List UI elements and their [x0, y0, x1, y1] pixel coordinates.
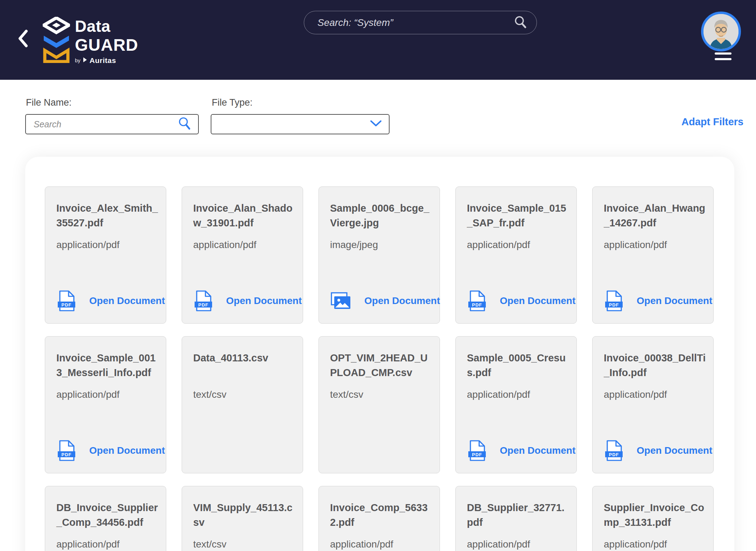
file-mime-type: application/pdf	[56, 389, 120, 400]
search-icon	[513, 15, 527, 30]
file-card[interactable]: Invoice_Alex_Smith_35527.pdf application…	[45, 186, 166, 324]
file-name-search-box[interactable]	[25, 114, 199, 134]
open-document-action[interactable]: PDF Open Document	[57, 290, 165, 311]
logo-byline: by Auritas	[75, 57, 138, 64]
file-name: VIM_Supply_45113.csv	[193, 500, 297, 530]
open-document-action[interactable]: PDF Open Document	[468, 290, 575, 311]
file-card[interactable]: OPT_VIM_2HEAD_UPLOAD_CMP.csv text/csv	[318, 336, 440, 473]
file-mime-type: application/pdf	[56, 539, 120, 550]
file-name: Invoice_Comp_56332.pdf	[330, 500, 434, 530]
file-name-search-input[interactable]	[34, 119, 178, 129]
hamburger-menu-icon[interactable]	[715, 52, 732, 60]
file-mime-type: application/pdf	[56, 239, 120, 250]
file-card[interactable]: Invoice_Alan_Hwang_14267.pdf application…	[592, 186, 714, 324]
file-name: Invoice_Sample_0013_Messerli_Info.pdf	[56, 351, 160, 380]
file-card[interactable]: Data_40113.csv text/csv	[182, 336, 303, 473]
back-button[interactable]	[15, 29, 31, 49]
logo-word-data: Data	[75, 18, 138, 34]
svg-text:PDF: PDF	[609, 302, 619, 308]
open-document-label: Open Document	[500, 445, 575, 456]
file-card[interactable]: Sample_0005_Cresus.pdf application/pdf P…	[455, 336, 577, 473]
file-name-label: File Name:	[26, 97, 72, 108]
back-chevron-icon	[18, 29, 28, 49]
open-document-label: Open Document	[226, 295, 302, 306]
open-document-label: Open Document	[637, 295, 712, 306]
global-search-input[interactable]	[317, 17, 513, 28]
file-card[interactable]: Invoice_Comp_56332.pdf application/pdf	[318, 486, 440, 551]
file-card[interactable]: DB_Supplier_32771.pdf application/pdf	[455, 486, 577, 551]
pdf-file-icon: PDF	[57, 290, 76, 312]
svg-text:PDF: PDF	[62, 452, 72, 457]
file-mime-type: application/pdf	[467, 539, 530, 550]
logo-by-text: by	[75, 58, 80, 63]
open-document-action[interactable]: PDF Open Document	[57, 440, 165, 461]
svg-text:PDF: PDF	[472, 452, 482, 457]
file-name: Invoice_Sample_015_SAP_fr.pdf	[467, 201, 570, 230]
file-mime-type: image/jpeg	[330, 239, 378, 250]
file-name: Sample_0006_bcge_Vierge.jpg	[330, 201, 434, 230]
pdf-file-icon: PDF	[57, 440, 76, 461]
file-card[interactable]: Sample_0006_bcge_Vierge.jpg image/jpeg O…	[318, 186, 440, 324]
file-mime-type: text/csv	[193, 539, 226, 550]
file-grid: Invoice_Alex_Smith_35527.pdf application…	[45, 186, 714, 551]
file-card[interactable]: DB_Invoice_Supplier_Comp_34456.pdf appli…	[45, 486, 166, 551]
open-document-action[interactable]: PDF Open Document	[468, 440, 575, 461]
file-name: Invoice_Alan_Shadow_31901.pdf	[193, 201, 297, 230]
open-document-label: Open Document	[500, 295, 575, 306]
file-mime-type: application/pdf	[330, 539, 393, 550]
file-card[interactable]: Invoice_Alan_Shadow_31901.pdf applicatio…	[182, 186, 303, 324]
file-mime-type: application/pdf	[193, 239, 257, 250]
logo-word-guard: GUARD	[75, 37, 138, 54]
pdf-file-icon: PDF	[604, 440, 623, 461]
open-document-label: Open Document	[637, 445, 712, 456]
pdf-file-icon: PDF	[468, 290, 486, 312]
file-name: Invoice_00038_DellTi_Info.pdf	[604, 351, 707, 380]
svg-text:PDF: PDF	[62, 302, 72, 308]
dataguard-logo[interactable]: Data GUARD by Auritas	[43, 17, 138, 64]
file-card[interactable]: Invoice_00038_DellTi_Info.pdf applicatio…	[592, 336, 714, 473]
pdf-file-icon: PDF	[468, 440, 486, 461]
open-document-label: Open Document	[89, 445, 165, 456]
user-avatar[interactable]	[701, 12, 741, 51]
chevron-down-icon	[370, 120, 382, 128]
open-document-action[interactable]: PDF Open Document	[194, 290, 302, 311]
global-search-bar[interactable]	[304, 11, 537, 34]
logo-auritas-text: Auritas	[90, 57, 116, 64]
search-icon	[178, 116, 191, 132]
svg-text:PDF: PDF	[472, 302, 482, 308]
page: Data GUARD by Auritas	[0, 0, 756, 551]
file-card[interactable]: VIM_Supply_45113.csv text/csv	[182, 486, 303, 551]
open-document-action[interactable]: Open Document	[331, 290, 440, 311]
adapt-filters-link[interactable]: Adapt Filters	[681, 116, 743, 128]
open-document-action[interactable]: PDF Open Document	[604, 440, 712, 461]
pdf-file-icon: PDF	[194, 290, 213, 312]
image-file-icon	[331, 292, 351, 310]
file-mime-type: application/pdf	[467, 389, 530, 400]
file-mime-type: text/csv	[330, 389, 363, 400]
file-name: Data_40113.csv	[193, 351, 297, 365]
file-card[interactable]: Supplier_Invoice_Comp_31131.pdf applicat…	[592, 486, 714, 551]
dataguard-logo-icon	[43, 17, 70, 64]
file-mime-type: application/pdf	[604, 389, 667, 400]
file-card[interactable]: Invoice_Sample_0013_Messerli_Info.pdf ap…	[45, 336, 166, 473]
file-type-label: File Type:	[212, 97, 253, 108]
open-document-action[interactable]: PDF Open Document	[604, 290, 712, 311]
pdf-file-icon: PDF	[604, 290, 623, 312]
file-name: Invoice_Alex_Smith_35527.pdf	[56, 201, 160, 230]
file-name: Invoice_Alan_Hwang_14267.pdf	[604, 201, 707, 230]
open-document-label: Open Document	[89, 295, 165, 306]
file-mime-type: application/pdf	[467, 239, 530, 250]
file-type-dropdown[interactable]	[211, 114, 390, 134]
file-mime-type: application/pdf	[604, 239, 667, 250]
file-name: Supplier_Invoice_Comp_31131.pdf	[604, 500, 707, 530]
auritas-arrow-icon	[83, 57, 88, 64]
app-header: Data GUARD by Auritas	[0, 0, 756, 80]
file-name: OPT_VIM_2HEAD_UPLOAD_CMP.csv	[330, 351, 434, 380]
filter-bar: File Name: File Type: Adapt Filters	[0, 80, 756, 157]
dataguard-logo-text: Data GUARD by Auritas	[75, 17, 138, 64]
file-mime-type: application/pdf	[604, 539, 667, 550]
file-name: DB_Invoice_Supplier_Comp_34456.pdf	[56, 500, 160, 530]
svg-text:PDF: PDF	[198, 302, 209, 308]
file-mime-type: text/csv	[193, 389, 226, 400]
file-card[interactable]: Invoice_Sample_015_SAP_fr.pdf applicatio…	[455, 186, 577, 324]
